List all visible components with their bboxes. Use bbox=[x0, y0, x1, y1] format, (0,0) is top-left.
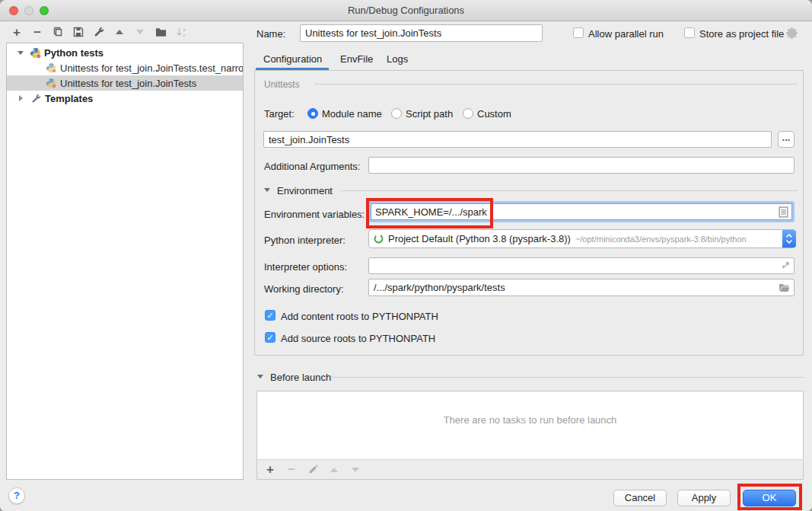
configurations-tree: Python tests Unittests for test_join.Joi… bbox=[6, 43, 244, 480]
check-icon: ✓ bbox=[266, 311, 273, 320]
python-tests-icon bbox=[45, 62, 57, 74]
add-task-icon[interactable]: + bbox=[263, 463, 277, 477]
add-source-roots-label: Add source roots to PYTHONPATH bbox=[281, 333, 435, 344]
target-input[interactable]: test_join.JoinTests bbox=[263, 131, 772, 148]
run-debug-configurations-dialog: Run/Debug Configurations + − az bbox=[0, 0, 812, 511]
before-launch-tasks-box: There are no tasks to run before launch … bbox=[256, 391, 804, 480]
apply-button[interactable]: Apply bbox=[677, 490, 731, 506]
store-as-project-file-checkbox[interactable] bbox=[684, 27, 695, 38]
target-value: test_join.JoinTests bbox=[269, 134, 349, 145]
additional-arguments-label: Additional Arguments: bbox=[264, 161, 360, 172]
before-launch-toolbar: + − bbox=[257, 459, 803, 479]
check-icon: ✓ bbox=[266, 333, 273, 342]
expand-arrow-icon[interactable] bbox=[19, 95, 23, 101]
store-as-project-file-label: Store as project file bbox=[699, 28, 784, 40]
name-input[interactable]: Unittests for test_join.JoinTests bbox=[300, 24, 543, 42]
interpreter-options-input[interactable] bbox=[368, 257, 794, 274]
unittests-section-line bbox=[314, 84, 798, 85]
target-module-name-label: Module name bbox=[322, 108, 382, 120]
target-custom-label: Custom bbox=[477, 108, 511, 120]
working-directory-value: /.../spark/python/pyspark/tests bbox=[374, 282, 505, 293]
tree-item-label: Templates bbox=[45, 93, 93, 104]
remove-task-icon[interactable]: − bbox=[285, 463, 298, 477]
target-script-path-label: Script path bbox=[406, 108, 453, 120]
tab-envfile[interactable]: EnvFile bbox=[340, 53, 373, 65]
interpreter-stepper-icon[interactable] bbox=[782, 230, 796, 248]
before-launch-label: Before launch bbox=[270, 372, 331, 383]
move-up-icon[interactable] bbox=[113, 25, 126, 39]
target-browse-button[interactable]: ... bbox=[778, 131, 794, 148]
remove-configuration-icon[interactable]: − bbox=[30, 25, 44, 39]
tree-item-python-tests[interactable]: Python tests bbox=[7, 45, 243, 60]
tree-item-label: Unittests for test_join.JoinTests.test_n… bbox=[60, 62, 243, 74]
tree-item-label: Python tests bbox=[44, 47, 103, 59]
additional-arguments-input[interactable] bbox=[368, 157, 794, 174]
annotation-ok-highlight bbox=[737, 484, 802, 510]
sort-alphabetically-icon[interactable]: az bbox=[174, 25, 188, 39]
name-value: Unittests for test_join.JoinTests bbox=[305, 27, 441, 39]
target-module-name-radio[interactable] bbox=[307, 108, 318, 119]
new-folder-icon[interactable] bbox=[154, 25, 167, 39]
tab-configuration[interactable]: Configuration bbox=[263, 53, 322, 65]
browse-folder-icon[interactable] bbox=[779, 283, 790, 292]
add-content-roots-label: Add content roots to PYTHONPATH bbox=[281, 311, 438, 322]
store-options-gear-icon[interactable] bbox=[785, 27, 798, 40]
configurations-toolbar: + − az bbox=[10, 24, 188, 40]
collapse-arrow-icon[interactable] bbox=[18, 51, 24, 55]
add-source-roots-checkbox[interactable]: ✓ bbox=[265, 332, 275, 343]
python-interpreter-path: ~/opt/miniconda3/envs/pyspark-3.8/bin/py… bbox=[575, 235, 747, 244]
tab-logs[interactable]: Logs bbox=[387, 53, 408, 65]
interpreter-options-label: Interpreter options: bbox=[264, 261, 347, 273]
allow-parallel-run-label: Allow parallel run bbox=[588, 28, 664, 40]
minimize-window-button[interactable] bbox=[24, 6, 33, 15]
ellipsis-icon: ... bbox=[782, 132, 791, 143]
python-tests-icon bbox=[29, 46, 41, 59]
add-configuration-icon[interactable]: + bbox=[10, 25, 24, 39]
cancel-button[interactable]: Cancel bbox=[613, 490, 667, 506]
environment-variables-label: Environment variables: bbox=[264, 209, 365, 220]
environment-section-label: Environment bbox=[277, 185, 333, 196]
working-directory-label: Working directory: bbox=[264, 283, 344, 295]
name-label: Name: bbox=[256, 28, 285, 40]
edit-task-icon[interactable] bbox=[306, 463, 320, 477]
move-task-up-icon[interactable] bbox=[327, 463, 341, 477]
close-window-button[interactable] bbox=[9, 6, 18, 15]
save-configuration-icon[interactable] bbox=[72, 25, 85, 39]
svg-text:z: z bbox=[183, 32, 185, 37]
working-directory-input[interactable]: /.../spark/python/pyspark/tests bbox=[368, 279, 794, 296]
annotation-env-vars-highlight bbox=[366, 198, 493, 228]
question-icon: ? bbox=[14, 490, 20, 501]
window-title: Run/Debug Configurations bbox=[0, 0, 812, 21]
help-button[interactable]: ? bbox=[8, 487, 25, 504]
target-label: Target: bbox=[264, 108, 295, 120]
edit-templates-icon[interactable] bbox=[92, 25, 106, 39]
python-interpreter-label: Python interpreter: bbox=[264, 235, 345, 246]
add-content-roots-checkbox[interactable]: ✓ bbox=[265, 310, 275, 321]
env-vars-browse-icon[interactable] bbox=[779, 206, 788, 218]
target-script-path-radio[interactable] bbox=[391, 108, 402, 119]
target-custom-radio[interactable] bbox=[463, 108, 473, 119]
python-tests-icon bbox=[45, 77, 57, 89]
unittests-section-label: Unittests bbox=[264, 79, 300, 90]
python-interpreter-value: Project Default (Python 3.8 (pyspark-3.8… bbox=[388, 233, 571, 244]
environment-collapse-icon[interactable] bbox=[264, 188, 270, 192]
environment-section-line bbox=[341, 190, 798, 191]
titlebar: Run/Debug Configurations bbox=[0, 0, 812, 21]
tree-item-templates[interactable]: Templates bbox=[7, 91, 243, 106]
before-launch-collapse-icon[interactable] bbox=[257, 375, 263, 378]
move-task-down-icon[interactable] bbox=[349, 463, 362, 477]
move-down-icon[interactable] bbox=[133, 25, 147, 39]
templates-wrench-icon bbox=[30, 92, 42, 104]
tree-item-unittest-jointests-selected[interactable]: Unittests for test_join.JoinTests bbox=[7, 75, 243, 91]
tree-item-unittest-narrow[interactable]: Unittests for test_join.JoinTests.test_n… bbox=[7, 60, 243, 75]
expand-field-icon[interactable] bbox=[782, 261, 790, 270]
before-launch-line bbox=[330, 377, 804, 378]
zoom-window-button[interactable] bbox=[40, 6, 49, 15]
copy-configuration-icon[interactable] bbox=[51, 25, 65, 39]
before-launch-empty-text: There are no tasks to run before launch bbox=[257, 414, 803, 426]
conda-environment-icon bbox=[374, 234, 384, 244]
python-interpreter-select[interactable]: Project Default (Python 3.8 (pyspark-3.8… bbox=[368, 229, 796, 248]
tree-item-label: Unittests for test_join.JoinTests bbox=[60, 78, 196, 89]
allow-parallel-run-checkbox[interactable] bbox=[573, 27, 584, 38]
